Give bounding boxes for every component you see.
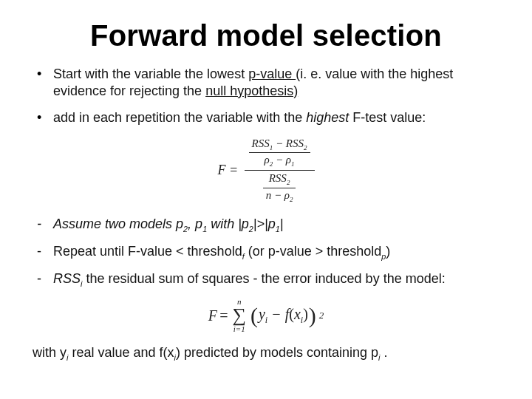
minus: −	[273, 137, 286, 149]
bullet-list: Start with the variable the lowest p-val…	[33, 66, 499, 126]
rp: )	[303, 306, 308, 322]
rss-formula: F = n ∑ i=1 ( yi − f(xi) ) 2	[33, 298, 499, 333]
dash-list: Assume two models p2, p1 with |p2|>|p1| …	[33, 216, 499, 289]
p2b: p	[242, 216, 249, 231]
rho1: ρ	[286, 154, 291, 166]
sigma-icon: n ∑ i=1	[232, 298, 246, 333]
end: |	[280, 216, 284, 231]
F: F	[217, 163, 225, 177]
sub2c: 2	[287, 179, 290, 186]
minus3: −	[271, 189, 284, 201]
text: Repeat until F-value < threshold	[53, 244, 242, 259]
dash-2: Repeat until F-value < thresholdf (or p-…	[33, 243, 499, 262]
p1b: p	[268, 216, 276, 231]
footer-text: with yi real value and f(xi) predicted b…	[33, 345, 499, 362]
n: n	[266, 189, 272, 201]
f-statistic-formula: F = RSS1 − RSS2 ρ2 − ρ1 RSS2	[33, 137, 499, 205]
rss2c: RSS	[269, 172, 287, 184]
t4: .	[380, 345, 387, 360]
t3: ) predicted by models containing p	[176, 345, 378, 360]
slide-title: Forward model selection	[33, 19, 499, 52]
rss1: RSS	[252, 137, 270, 149]
lp: (	[289, 306, 294, 322]
equals: =	[225, 163, 238, 177]
sub1b: 1	[291, 160, 295, 168]
with: with |	[207, 216, 242, 231]
text: add in each repetition the variable with…	[53, 110, 306, 125]
text: Assume two models	[53, 216, 176, 231]
minus2: −	[273, 154, 286, 166]
text2: (or p-value > threshold	[245, 244, 382, 259]
t2: real value and f(x	[68, 345, 174, 360]
F2: F	[208, 307, 217, 324]
slide: Forward model selection Start with the v…	[0, 0, 532, 399]
sum-lower: i=1	[233, 325, 245, 333]
p1: p	[195, 216, 202, 231]
dash-3: RSSi the residual sum of squares - the e…	[33, 270, 499, 289]
minus4: −	[267, 306, 285, 322]
t: with y	[33, 345, 66, 360]
rho2: ρ	[265, 154, 270, 166]
emphasis: highest	[306, 110, 352, 125]
sub2: 2	[304, 144, 307, 151]
p-value-term: p-value	[248, 66, 296, 81]
rss2: RSS	[286, 137, 304, 149]
close: )	[386, 244, 390, 259]
bullet-1: Start with the variable the lowest p-val…	[33, 66, 499, 99]
comma: ,	[188, 216, 195, 231]
dash-1: Assume two models p2, p1 with |p2|>|p1|	[33, 216, 499, 234]
fxx: x	[294, 306, 301, 322]
p2: p	[176, 216, 183, 231]
yi: y	[259, 306, 265, 322]
rho2b: ρ	[284, 189, 290, 201]
sub2d: 2	[290, 196, 293, 203]
gt: |>|	[253, 216, 268, 231]
text: F-test value:	[352, 110, 426, 125]
bullet-2: add in each repetition the variable with…	[33, 109, 499, 126]
null-hypothesis-term: null hypothesis)	[205, 83, 298, 98]
text: the residual sum of squares - the error …	[82, 271, 445, 286]
squared: 2	[319, 310, 324, 321]
rssi: RSS	[53, 271, 81, 286]
text: Start with the variable the lowest	[53, 66, 248, 81]
eq2: =	[219, 307, 229, 324]
